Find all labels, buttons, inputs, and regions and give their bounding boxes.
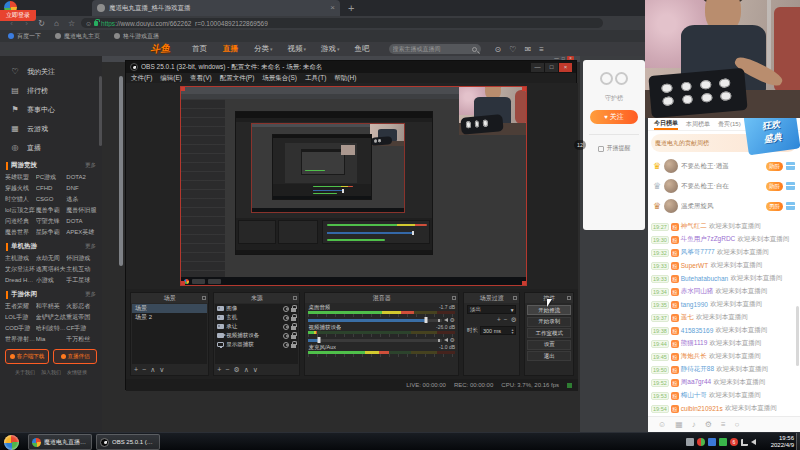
category-item[interactable]: 魔兽世界 xyxy=(5,227,36,238)
category-item[interactable]: PC游戏 xyxy=(36,172,67,183)
tray-icon[interactable] xyxy=(708,438,716,446)
user-icon[interactable]: ⊙ xyxy=(495,45,502,54)
refresh-icon[interactable]: ↻ xyxy=(34,19,49,28)
category-item[interactable]: 时空猎人 xyxy=(5,194,36,205)
emoji-icon[interactable]: ☺ xyxy=(658,420,666,429)
remind-toggle[interactable]: 开播提醒 xyxy=(583,144,645,153)
category-item[interactable]: lol云顶之弈 xyxy=(5,205,36,216)
chat-tab[interactable]: 本周榜单 xyxy=(686,120,710,129)
category-item[interactable]: CF手游 xyxy=(66,323,97,334)
chat-scrollbar[interactable] xyxy=(796,306,799,366)
category-item[interactable]: 逃杀 xyxy=(66,194,97,205)
browser-tab[interactable]: 魔道电丸直播_格斗游戏直播 × xyxy=(92,0,340,16)
nav-item[interactable]: 鱼吧 xyxy=(355,44,371,54)
sidebar-quick-link[interactable]: ▤ 排行榜 xyxy=(0,81,102,100)
login-badge[interactable]: 立即登录 xyxy=(0,10,36,21)
sidebar-quick-link[interactable]: ◎ 直播 xyxy=(0,138,102,157)
category-item[interactable]: 小游戏 xyxy=(36,275,67,286)
category-item[interactable]: COD手游 xyxy=(5,323,36,334)
category-item[interactable]: Mia xyxy=(36,334,67,345)
category-item[interactable]: DNF xyxy=(66,183,97,194)
leaderboard-row[interactable]: ♛ 不要怂枪王·逍遥 勋爵 xyxy=(648,156,800,176)
category-item[interactable]: CFHD xyxy=(36,183,67,194)
category-item[interactable]: 魔兽争霸 xyxy=(36,205,67,216)
leaderboard-row[interactable]: ♛ 温柔黑旋风 男爵 xyxy=(648,196,800,216)
category-item[interactable]: 永劫无间 xyxy=(36,253,67,264)
url-bar[interactable]: ⊙ https://www.douyu.com/662262_r=0.10004… xyxy=(81,18,603,28)
nav-item[interactable]: 游戏 ▾ xyxy=(321,44,340,54)
category-item[interactable]: 重返帝国 xyxy=(66,312,97,323)
chat-tab[interactable]: 今日榜单 xyxy=(654,119,678,130)
douyu-logo[interactable]: 斗鱼 xyxy=(150,41,171,56)
fullscreen-icon[interactable]: ○ xyxy=(735,420,740,429)
video-player[interactable]: — □ × OBS 25.0.1 (32-bit, windows) - 配置文… xyxy=(102,56,580,432)
category-item[interactable]: DOTA2 xyxy=(66,172,97,183)
search-input[interactable] xyxy=(393,46,472,52)
category-item[interactable]: 守望先锋 xyxy=(36,216,67,227)
footer-link[interactable]: 关于我们 xyxy=(15,369,35,375)
menu-icon[interactable]: ≡ xyxy=(721,420,726,429)
category-item[interactable]: 怀旧游戏 xyxy=(66,253,97,264)
category-item[interactable]: DOTA xyxy=(66,216,97,227)
taskbar-obs-button[interactable]: OBS 25.0.1 (32... xyxy=(96,434,160,450)
antivirus-tray-icon[interactable] xyxy=(697,438,705,446)
category-item[interactable]: LOL手游 xyxy=(5,312,36,323)
category-item[interactable]: 星际争霸 xyxy=(36,227,67,238)
section-more-link[interactable]: 更多 xyxy=(85,162,96,169)
category-item[interactable]: 手工星球 xyxy=(66,275,97,286)
category-item[interactable]: 金铲铲之战 xyxy=(36,312,67,323)
sidebar-quick-link[interactable]: ♡ 我的关注 xyxy=(0,62,102,81)
category-item[interactable]: 千万粉丝 xyxy=(66,334,97,345)
show-desktop-button[interactable] xyxy=(796,433,800,450)
search-icon[interactable] xyxy=(472,47,477,52)
home-icon[interactable]: ⌂ xyxy=(49,19,64,28)
mail-icon[interactable]: ✉ xyxy=(524,45,531,54)
category-item[interactable]: 火影忍者 xyxy=(66,301,97,312)
follow-button[interactable]: ♥ 关注 xyxy=(590,110,638,124)
bookmark-item[interactable]: 百度一下 xyxy=(8,32,41,41)
category-item[interactable]: APEX英雄 xyxy=(66,227,97,238)
category-item[interactable]: Dread Hu… xyxy=(5,275,36,286)
category-item[interactable]: 世界弹射物语 xyxy=(5,334,36,345)
start-button[interactable] xyxy=(4,435,19,450)
music-icon[interactable]: ♪ xyxy=(692,420,696,429)
bookmark-item[interactable]: 格斗游戏直播 xyxy=(114,32,159,41)
category-item[interactable]: 艾尔登法环 xyxy=(5,264,36,275)
footer-link[interactable]: 加入我们 xyxy=(41,369,61,375)
new-tab-button[interactable]: + xyxy=(348,0,354,16)
taskbar-clock[interactable]: 19:56 2022/4/9 xyxy=(771,435,794,449)
category-item[interactable]: CSGO xyxy=(36,194,67,205)
star-icon[interactable]: ☆ xyxy=(64,19,79,28)
category-item[interactable]: 王者荣耀 xyxy=(5,301,36,312)
search-box[interactable] xyxy=(389,44,481,54)
image-icon[interactable]: ▦ xyxy=(675,420,683,429)
section-more-link[interactable]: 更多 xyxy=(85,243,96,250)
category-item[interactable]: 英雄联盟 xyxy=(5,172,36,183)
category-item[interactable]: 魔兽怀旧服 xyxy=(66,205,97,216)
bookmark-item[interactable]: 魔道电丸主页 xyxy=(55,32,100,41)
volume-icon[interactable] xyxy=(751,439,756,445)
nav-item[interactable]: 首页 xyxy=(192,44,208,54)
section-more-link[interactable]: 更多 xyxy=(85,291,96,298)
menu-icon[interactable]: ≡ xyxy=(539,45,544,54)
nav-item[interactable]: 视频 ▾ xyxy=(288,44,307,54)
sidebar-footer-button[interactable]: 直播伴侣 xyxy=(53,349,97,364)
notification-count-icon[interactable]: 6 xyxy=(730,438,738,446)
network-icon[interactable] xyxy=(741,439,748,446)
category-item[interactable]: 逃离塔科夫 xyxy=(36,264,67,275)
chat-tab[interactable]: 贵宾(15) xyxy=(718,120,741,129)
category-item[interactable]: 和平精英 xyxy=(36,301,67,312)
sidebar-quick-link[interactable]: ⚑ 赛事中心 xyxy=(0,100,102,119)
category-item[interactable]: 问道经典 xyxy=(5,216,36,227)
url-text[interactable]: https://www.douyu.com/662262_r=0.1000489… xyxy=(101,20,268,27)
category-item[interactable]: 主机互动 xyxy=(66,264,97,275)
nav-item[interactable]: 直播 xyxy=(223,44,239,54)
category-item[interactable]: 穿越火线 xyxy=(5,183,36,194)
category-item[interactable]: 主机游戏 xyxy=(5,253,36,264)
taskbar-browser-button[interactable]: 魔道电丸直播_格... xyxy=(28,434,92,450)
heart-icon[interactable]: ♡ xyxy=(509,45,516,54)
gear-icon[interactable]: ⚙ xyxy=(705,420,712,429)
footer-link[interactable]: 友情链接 xyxy=(67,369,87,375)
category-item[interactable]: 哈利波特魔… xyxy=(36,323,67,334)
sidebar-quick-link[interactable]: ▦ 云游戏 xyxy=(0,119,102,138)
